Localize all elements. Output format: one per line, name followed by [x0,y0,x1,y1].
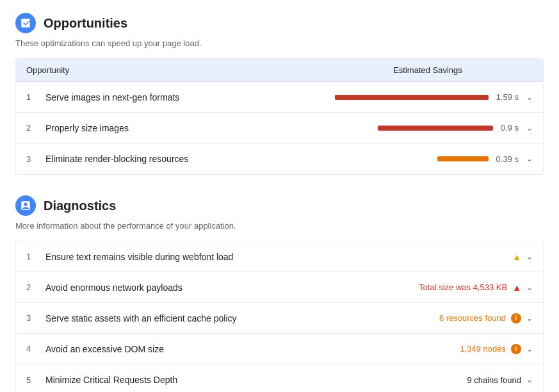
opportunities-icon [15,13,36,33]
warning-triangle-icon-2: ▲ [512,282,521,293]
warning-triangle-icon-1: ▲ [512,252,521,262]
diag-row-right-2: Total size was 4,533 KB ▲ ⌄ [409,276,543,299]
table-row[interactable]: 3 Eliminate render-blocking resources 0.… [16,143,543,174]
diag-row[interactable]: 2 Avoid enormous network payloads Total … [16,272,543,303]
diagnostics-section-header: Diagnostics [15,195,544,216]
diag-row[interactable]: 3 Serve static assets with an efficient … [16,303,543,334]
diag-label-4: Avoid an excessive DOM size [45,344,164,354]
row-label-1: Serve images in next-gen formats [45,92,179,102]
diagnostics-table: 1 Ensure text remains visible during web… [15,241,544,392]
diag-row-right-4: 1,349 nodes i ⌄ [450,338,543,361]
diag-num-5: 5 [26,375,35,385]
row-left-1: 1 Serve images in next-gen formats [16,86,312,109]
savings-bar-1 [335,95,489,100]
bar-fill-2 [378,126,493,131]
savings-bar-3 [437,156,489,161]
diag-status-2: Total size was 4,533 KB [419,282,507,292]
opportunity-col-header: Opportunity [16,59,312,81]
info-circle-icon-4: i [511,344,521,354]
chevron-icon-diag-3[interactable]: ⌄ [526,314,533,323]
diag-label-5: Minimize Critical Requests Depth [45,375,177,385]
opportunities-section-header: Opportunities [15,13,544,33]
diag-row[interactable]: 1 Ensure text remains visible during web… [16,241,543,272]
diagnostics-title: Diagnostics [44,199,116,213]
chevron-icon-1[interactable]: ⌄ [526,93,533,102]
diag-row-left-1: 1 Ensure text remains visible during web… [16,245,502,268]
savings-value-2: 0.9 s [501,123,519,133]
chevron-icon-diag-5[interactable]: ⌄ [526,375,533,384]
row-num-1: 1 [26,92,35,102]
diag-num-1: 1 [26,252,35,261]
opportunities-table: Opportunity Estimated Savings 1 Serve im… [15,58,544,175]
row-num-3: 3 [26,154,35,164]
diag-row[interactable]: 4 Avoid an excessive DOM size 1,349 node… [16,334,543,364]
diag-row-right-5: 9 chains found ⌄ [457,369,543,391]
opportunities-title: Opportunities [44,16,127,31]
table-row[interactable]: 1 Serve images in next-gen formats 1.59 … [16,82,543,113]
opportunities-svg-icon [20,17,31,29]
diag-row-left-4: 4 Avoid an excessive DOM size [16,338,450,361]
diagnostics-icon [15,195,36,216]
table-row[interactable]: 2 Properly size images 0.9 s ⌄ [16,113,543,143]
bar-fill-1 [335,95,489,100]
diagnostics-svg-icon [20,200,31,211]
row-left-3: 3 Eliminate render-blocking resources [16,147,312,170]
diag-row[interactable]: 5 Minimize Critical Requests Depth 9 cha… [16,364,543,392]
row-label-3: Eliminate render-blocking resources [45,154,188,164]
diag-row-left-2: 2 Avoid enormous network payloads [16,276,409,299]
diag-num-4: 4 [26,344,35,354]
diag-row-right-1: ▲ ⌄ [502,245,543,268]
diag-num-2: 2 [26,282,35,292]
chevron-icon-diag-1[interactable]: ⌄ [526,252,533,261]
diag-label-1: Ensure text remains visible during webfo… [45,252,233,262]
diag-label-2: Avoid enormous network payloads [45,282,182,293]
chevron-icon-3[interactable]: ⌄ [526,154,533,163]
row-label-2: Properly size images [45,123,129,133]
diag-row-left-3: 3 Serve static assets with an efficient … [16,307,429,330]
diag-status-5: 9 chains found [467,375,521,385]
savings-bar-2 [378,126,493,131]
row-left-2: 2 Properly size images [16,117,312,140]
savings-value-1: 1.59 s [496,92,519,102]
info-circle-icon-3: i [511,313,521,323]
opportunities-subtitle: These optimizations can speed up your pa… [15,38,544,48]
diag-row-right-3: 6 resources found i ⌄ [429,307,543,330]
diag-num-3: 3 [26,313,35,323]
opportunities-table-header: Opportunity Estimated Savings [16,59,543,82]
chevron-icon-2[interactable]: ⌄ [526,124,533,133]
chevron-icon-diag-4[interactable]: ⌄ [526,345,533,354]
savings-value-3: 0.39 s [496,154,519,164]
diagnostics-subtitle: More information about the performance o… [15,221,544,231]
row-num-2: 2 [26,123,35,133]
savings-col-header: Estimated Savings [312,59,543,81]
chevron-icon-diag-2[interactable]: ⌄ [526,283,533,292]
diag-status-3: 6 resources found [439,313,506,323]
diag-row-left-5: 5 Minimize Critical Requests Depth [16,368,457,391]
row-right-2: 0.9 s ⌄ [312,117,543,139]
diag-label-3: Serve static assets with an efficient ca… [45,313,237,323]
row-right-1: 1.59 s ⌄ [312,86,543,108]
bar-fill-3 [437,156,489,161]
diag-status-4: 1,349 nodes [460,344,506,354]
row-right-3: 0.39 s ⌄ [312,148,543,170]
